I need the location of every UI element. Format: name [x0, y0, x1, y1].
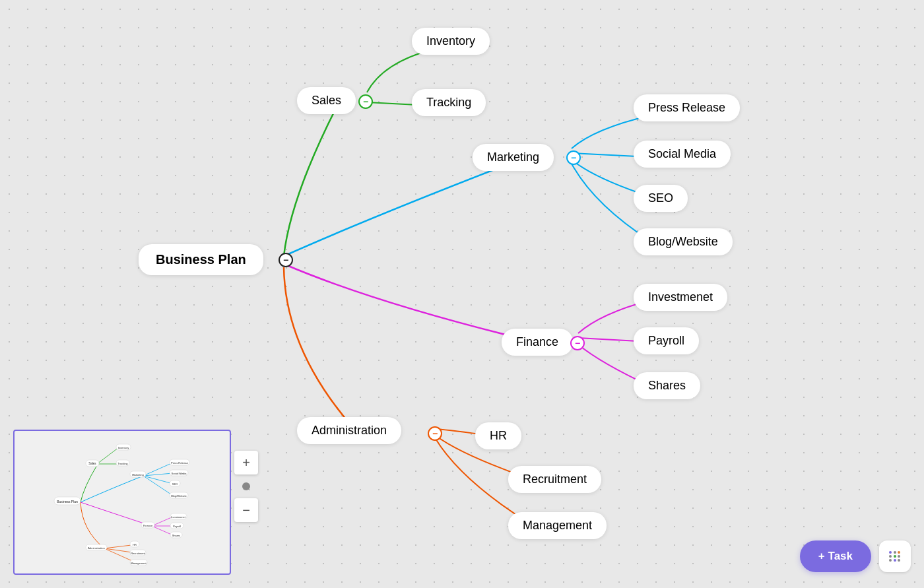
zoom-out-button[interactable]: − [234, 498, 258, 522]
grid-dot-6 [898, 555, 900, 558]
svg-text:Marketing: Marketing [132, 473, 144, 476]
grid-dot-7 [889, 559, 892, 562]
svg-text:Blog/Website: Blog/Website [171, 494, 187, 498]
tracking-node[interactable]: Tracking [412, 89, 486, 116]
svg-text:Social Media: Social Media [172, 472, 187, 475]
svg-text:Administration: Administration [88, 546, 104, 550]
grid-dot-3 [898, 551, 900, 554]
zoom-indicator [242, 482, 250, 490]
management-node[interactable]: Management [508, 512, 607, 539]
svg-text:Payroll: Payroll [173, 525, 181, 528]
svg-text:Sales: Sales [88, 462, 96, 465]
svg-text:Inventory: Inventory [118, 446, 129, 449]
administration-node[interactable]: Administration [297, 417, 401, 444]
finance-node[interactable]: Finance [502, 329, 573, 356]
add-task-button[interactable]: + Task [800, 540, 871, 572]
payroll-node[interactable]: Payroll [634, 327, 699, 354]
zoom-controls: + − [234, 451, 258, 522]
investmenet-node[interactable]: Investmenet [634, 284, 727, 311]
grid-dot-4 [889, 555, 892, 558]
svg-text:Press Release: Press Release [171, 461, 189, 465]
seo-node[interactable]: SEO [634, 185, 688, 212]
grid-dot-1 [889, 551, 892, 554]
shares-node[interactable]: Shares [634, 372, 700, 399]
grid-dot-2 [894, 551, 896, 554]
hr-node[interactable]: HR [475, 422, 521, 449]
svg-text:Tracking: Tracking [117, 462, 127, 465]
press-release-node[interactable]: Press Release [634, 94, 740, 121]
svg-text:HR: HR [133, 543, 137, 546]
grid-dot-5 [894, 555, 896, 558]
zoom-in-button[interactable]: + [234, 451, 258, 474]
recruitment-node[interactable]: Recruitment [508, 466, 601, 493]
minimap: Business Plan Sales Inventory Tracking M… [13, 430, 231, 575]
svg-text:Investmenet: Investmenet [171, 515, 186, 519]
grid-dot-8 [894, 559, 896, 562]
finance-collapse[interactable]: − [570, 336, 585, 350]
marketing-node[interactable]: Marketing [473, 144, 554, 171]
sales-collapse[interactable]: − [358, 94, 373, 109]
inventory-node[interactable]: Inventory [412, 28, 490, 55]
svg-text:Management: Management [131, 562, 147, 565]
svg-text:Recruitment: Recruitment [131, 552, 145, 555]
svg-text:Shares: Shares [172, 534, 181, 537]
business-plan-node[interactable]: Business Plan [139, 244, 263, 275]
social-media-node[interactable]: Social Media [634, 141, 731, 168]
grid-dot-9 [898, 559, 900, 562]
sales-node[interactable]: Sales [297, 87, 356, 114]
grid-icon [889, 551, 901, 562]
svg-text:Business Plan: Business Plan [57, 500, 78, 504]
marketing-collapse[interactable]: − [566, 150, 581, 165]
minimap-canvas: Business Plan Sales Inventory Tracking M… [15, 431, 230, 573]
grid-view-button[interactable] [879, 540, 911, 572]
business-plan-collapse[interactable]: − [279, 253, 293, 267]
svg-text:SEO: SEO [172, 482, 178, 486]
svg-text:Finance: Finance [143, 524, 153, 527]
blog-website-node[interactable]: Blog/Website [634, 228, 733, 255]
administration-collapse[interactable]: − [428, 426, 442, 441]
